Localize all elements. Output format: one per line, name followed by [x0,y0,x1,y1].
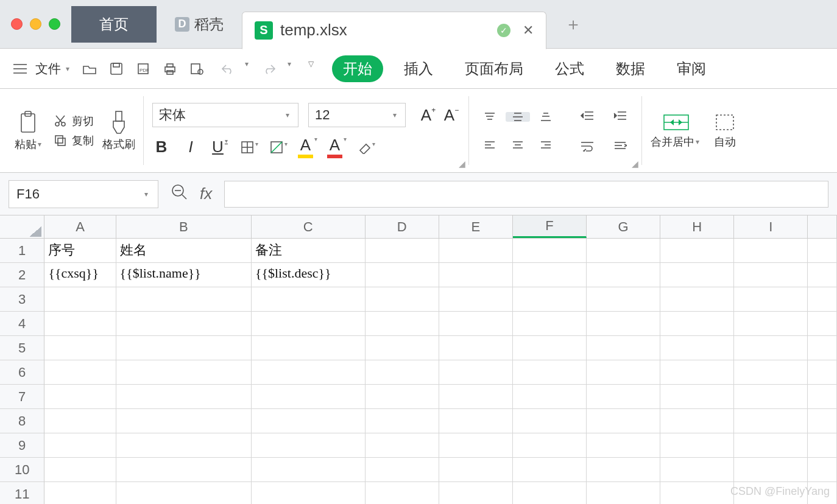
font-color-button[interactable]: A▾ [328,136,346,158]
col-header-I[interactable]: I [734,215,808,238]
align-dialog-launcher-icon[interactable]: ◢ [632,159,638,169]
cell-H5[interactable] [660,336,734,360]
cell-F5[interactable] [513,336,587,360]
cell-F6[interactable] [513,360,587,385]
row-header-11[interactable]: 11 [0,482,44,504]
cell-3[interactable] [808,287,837,312]
cell-D3[interactable] [366,287,439,312]
bold-button[interactable]: B [152,138,171,156]
align-center-button[interactable] [506,140,530,150]
cell-D7[interactable] [366,385,439,409]
cell-10[interactable] [808,458,837,482]
row-header-3[interactable]: 3 [0,287,44,312]
menu-插入[interactable]: 插入 [393,55,444,82]
row-header-9[interactable]: 9 [0,433,44,458]
cell-E8[interactable] [439,409,513,433]
menu-公式[interactable]: 公式 [544,55,595,82]
cell-B9[interactable] [116,433,252,458]
cell-5[interactable] [808,336,837,360]
col-header-G[interactable]: G [587,215,660,238]
col-header-B[interactable]: B [116,215,252,238]
col-header-D[interactable]: D [366,215,439,238]
row-header-1[interactable]: 1 [0,239,44,263]
file-menu-chevron-icon[interactable]: ▾ [66,65,69,73]
print-icon[interactable] [161,60,179,78]
cell-C3[interactable] [252,287,366,312]
cell-4[interactable] [808,312,837,336]
cell-H1[interactable] [660,239,734,263]
cell-I8[interactable] [734,409,808,433]
close-window-button[interactable] [11,18,23,30]
cell-G9[interactable] [587,433,660,458]
cell-H9[interactable] [660,433,734,458]
cell-A11[interactable] [44,482,116,504]
cell-F7[interactable] [513,385,587,409]
cell-A2[interactable]: {{cxsq}} [44,263,116,287]
zoom-out-icon[interactable] [171,183,188,205]
orientation-button[interactable] [607,134,634,158]
undo-button[interactable] [218,60,236,78]
cell-F3[interactable] [513,287,587,312]
col-header-C[interactable]: C [252,215,366,238]
cell-C1[interactable]: 备注 [252,239,366,263]
cell-B5[interactable] [116,336,252,360]
undo-chevron-icon[interactable]: ▾ [245,60,249,78]
cell-B7[interactable] [116,385,252,409]
shrink-font-button[interactable]: A− [442,106,461,125]
row-header-6[interactable]: 6 [0,360,44,385]
cell-style-button[interactable]: ▾ [269,141,288,154]
row-header-8[interactable]: 8 [0,409,44,433]
cell-B10[interactable] [116,458,252,482]
fill-color-button[interactable]: A▾ [298,136,317,158]
cell-6[interactable] [808,360,837,385]
fx-label[interactable]: fx [200,184,212,203]
cell-D4[interactable] [366,312,439,336]
cell-2[interactable] [808,263,837,287]
merge-center-button[interactable]: 合并居中▾ [651,113,702,149]
cell-D8[interactable] [366,409,439,433]
zoom-window-button[interactable] [49,18,60,30]
row-header-10[interactable]: 10 [0,458,44,482]
cell-G8[interactable] [587,409,660,433]
cell-I4[interactable] [734,312,808,336]
align-bottom-button[interactable] [534,112,558,122]
cell-I9[interactable] [734,433,808,458]
cell-E10[interactable] [439,458,513,482]
cell-A6[interactable] [44,360,116,385]
col-header-F[interactable]: F [513,215,587,238]
export-pdf-icon[interactable]: PDF [134,60,152,78]
cell-H10[interactable] [660,458,734,482]
align-middle-button[interactable] [506,112,530,122]
merge-chevron-icon[interactable]: ▾ [696,138,699,146]
cell-C11[interactable] [252,482,366,504]
cell-A8[interactable] [44,409,116,433]
quickaccess-chevron-icon[interactable]: ▽ [308,60,314,78]
cut-button[interactable]: 剪切 [54,114,94,128]
menu-页面布局[interactable]: 页面布局 [454,55,534,82]
cell-F2[interactable] [513,263,587,287]
menu-开始[interactable]: 开始 [332,55,383,82]
increase-indent-button[interactable] [607,103,634,128]
cell-E2[interactable] [439,263,513,287]
cell-F11[interactable] [513,482,587,504]
hamburger-menu-icon[interactable] [11,60,29,78]
cell-C5[interactable] [252,336,366,360]
tab-rice[interactable]: D 稻壳 [157,6,242,43]
new-tab-button[interactable]: ＋ [565,13,582,36]
cell-C4[interactable] [252,312,366,336]
row-header-2[interactable]: 2 [0,263,44,287]
cell-B1[interactable]: 姓名 [116,239,252,263]
cell-I7[interactable] [734,385,808,409]
cell-I6[interactable] [734,360,808,385]
cell-I10[interactable] [734,458,808,482]
cell-E3[interactable] [439,287,513,312]
cell-9[interactable] [808,433,837,458]
cell-F10[interactable] [513,458,587,482]
redo-chevron-icon[interactable]: ▾ [288,60,291,78]
save-icon[interactable] [107,60,125,78]
align-left-button[interactable] [478,140,502,150]
col-header-extra[interactable] [808,215,837,238]
cell-H7[interactable] [660,385,734,409]
cell-G4[interactable] [587,312,660,336]
cell-8[interactable] [808,409,837,433]
